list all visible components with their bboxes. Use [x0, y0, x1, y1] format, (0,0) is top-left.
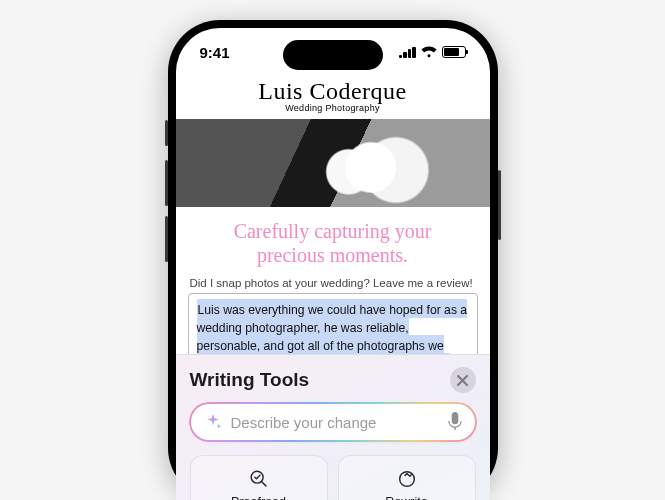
hero-image [176, 119, 490, 207]
close-icon [457, 375, 468, 386]
tagline-line-1: Carefully capturing your [234, 220, 432, 242]
describe-change-placeholder: Describe your change [231, 414, 439, 431]
proofread-label: Proofread [231, 495, 286, 501]
writing-tools-title: Writing Tools [190, 369, 310, 391]
close-button[interactable] [450, 367, 476, 393]
wifi-icon [421, 46, 437, 58]
brand-name: Luis Coderque [176, 78, 490, 105]
battery-icon [442, 46, 466, 58]
tagline: Carefully capturing your precious moment… [190, 219, 476, 267]
rewrite-label: Rewrite [385, 495, 427, 501]
review-prompt: Did I snap photos at your wedding? Leave… [176, 277, 490, 293]
rewrite-icon [396, 468, 418, 490]
status-time: 9:41 [200, 44, 230, 61]
phone-volume-down [165, 216, 168, 262]
cellular-signal-icon [399, 47, 416, 58]
iphone-frame: 9:41 Luis Coderque Wedding Photography C… [168, 20, 498, 500]
sparkle-icon [203, 412, 223, 432]
dynamic-island [283, 40, 383, 70]
writing-tools-panel: Writing Tools Describe your change Proof… [176, 354, 490, 500]
site-header: Luis Coderque Wedding Photography [176, 78, 490, 113]
screen: 9:41 Luis Coderque Wedding Photography C… [176, 28, 490, 500]
phone-side-button [165, 120, 168, 146]
rewrite-button[interactable]: Rewrite [338, 455, 476, 500]
proofread-icon [248, 468, 270, 490]
microphone-icon[interactable] [447, 412, 463, 432]
tagline-line-2: precious moments. [257, 244, 408, 266]
phone-power-button [498, 170, 501, 240]
describe-change-input[interactable]: Describe your change [190, 403, 476, 441]
phone-volume-up [165, 160, 168, 206]
brand-subtitle: Wedding Photography [176, 103, 490, 113]
proofread-button[interactable]: Proofread [190, 455, 328, 500]
